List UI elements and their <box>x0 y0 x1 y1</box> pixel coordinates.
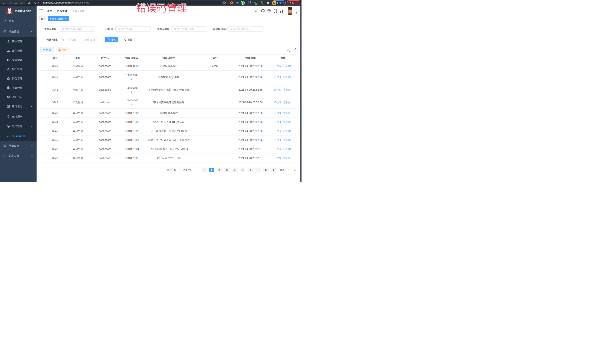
svg-text:on: on <box>255 3 257 5</box>
